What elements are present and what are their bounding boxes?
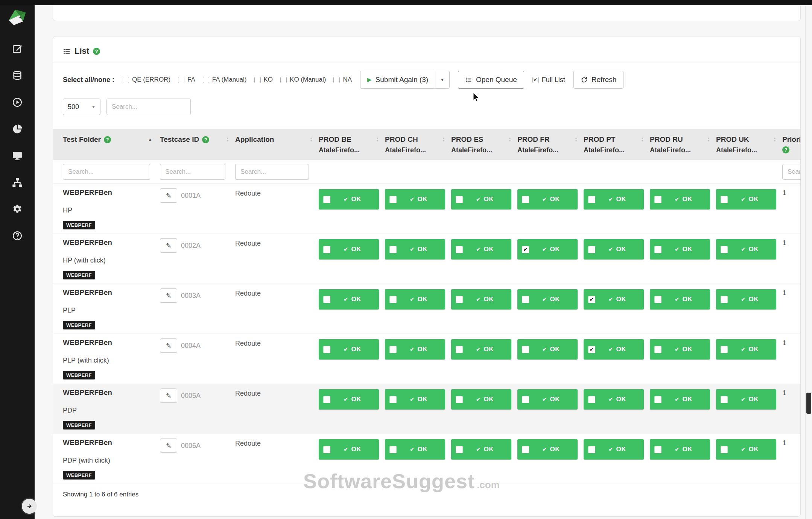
sidebar-expand-button[interactable] <box>22 499 37 514</box>
env-status-button-prod-ch[interactable]: ✔OK <box>385 189 445 209</box>
env-status-button-prod-pt[interactable]: ✔OK <box>584 239 644 260</box>
env-status-button-prod-fr[interactable]: ✔OK <box>517 239 578 260</box>
env-status-button-prod-ch[interactable]: ✔OK <box>385 389 445 410</box>
edit-testcase-button[interactable]: ✎ <box>160 288 177 303</box>
testcase-id-search-input[interactable] <box>160 164 225 180</box>
env-select-checkbox[interactable] <box>456 246 463 253</box>
env-status-button-prod-fr[interactable]: ✔OK <box>517 289 578 310</box>
env-select-checkbox[interactable] <box>389 246 397 253</box>
env-status-button-prod-fr[interactable]: ✔OK <box>517 439 578 460</box>
env-status-button-prod-es[interactable]: ✔OK <box>451 339 511 360</box>
sidebar-item-compose[interactable] <box>0 35 35 62</box>
page-size-select[interactable]: 500 ▼ <box>63 99 100 115</box>
refresh-button[interactable]: Refresh <box>573 71 624 89</box>
submit-again-dropdown[interactable]: ▼ <box>435 71 450 89</box>
env-select-checkbox[interactable] <box>389 346 397 353</box>
env-select-checkbox[interactable] <box>654 396 661 403</box>
column-header-prod-ch[interactable]: PROD CH▲▼AtaleFirefo... <box>385 129 451 154</box>
edit-testcase-button[interactable]: ✎ <box>160 238 177 253</box>
env-select-checkbox[interactable] <box>588 296 595 303</box>
help-icon[interactable]: ? <box>202 136 209 143</box>
env-select-checkbox[interactable] <box>389 396 397 403</box>
env-status-button-prod-ch[interactable]: ✔OK <box>385 239 445 260</box>
env-status-button-prod-uk[interactable]: ✔OK <box>716 239 776 260</box>
env-status-button-prod-fr[interactable]: ✔OK <box>517 389 578 410</box>
env-status-button-prod-ch[interactable]: ✔OK <box>385 289 445 310</box>
env-status-button-prod-ru[interactable]: ✔OK <box>650 439 710 460</box>
env-status-button-prod-pt[interactable]: ✔OK <box>584 439 644 460</box>
env-select-checkbox[interactable] <box>323 296 330 303</box>
env-select-checkbox[interactable] <box>721 346 728 353</box>
scrollbar-track[interactable] <box>805 5 812 519</box>
env-select-checkbox[interactable] <box>389 446 397 453</box>
column-header-prod-fr[interactable]: PROD FR▲▼AtaleFirefo... <box>517 129 584 154</box>
env-status-button-prod-es[interactable]: ✔OK <box>451 289 511 310</box>
env-status-button-prod-uk[interactable]: ✔OK <box>716 339 776 360</box>
env-select-checkbox[interactable] <box>522 346 529 353</box>
test-folder-search-input[interactable] <box>63 164 150 180</box>
env-select-checkbox[interactable] <box>721 196 728 203</box>
env-select-checkbox[interactable] <box>323 246 330 253</box>
help-icon[interactable]: ? <box>782 146 789 153</box>
column-header-prod-ru[interactable]: PROD RU▲▼AtaleFirefo... <box>650 129 716 154</box>
sidebar-item-run[interactable] <box>0 89 35 115</box>
env-status-button-prod-fr[interactable]: ✔OK <box>517 189 578 209</box>
sidebar-item-sitemap[interactable] <box>0 169 35 196</box>
column-header-application[interactable]: Application▲▼ <box>235 129 319 144</box>
filter-checkbox[interactable] <box>178 77 184 83</box>
column-header-prod-be[interactable]: PROD BE▲▼AtaleFirefo... <box>319 129 385 154</box>
env-status-button-prod-be[interactable]: ✔OK <box>319 389 379 410</box>
env-status-button-prod-uk[interactable]: ✔OK <box>716 389 776 410</box>
edit-testcase-button[interactable]: ✎ <box>160 439 177 453</box>
env-status-button-prod-es[interactable]: ✔OK <box>451 189 511 209</box>
env-select-checkbox[interactable] <box>456 296 463 303</box>
env-select-checkbox[interactable] <box>522 246 529 253</box>
app-logo-icon[interactable] <box>6 6 29 29</box>
env-status-button-prod-ch[interactable]: ✔OK <box>385 339 445 360</box>
env-status-button-prod-ru[interactable]: ✔OK <box>650 239 710 260</box>
column-header-test-folder[interactable]: Test Folder?▲ <box>63 129 160 144</box>
env-select-checkbox[interactable] <box>654 446 661 453</box>
filter-checkbox[interactable] <box>280 77 287 83</box>
env-status-button-prod-ru[interactable]: ✔OK <box>650 389 710 410</box>
env-status-button-prod-be[interactable]: ✔OK <box>319 289 379 310</box>
env-select-checkbox[interactable] <box>522 446 529 453</box>
env-select-checkbox[interactable] <box>588 446 595 453</box>
help-icon[interactable]: ? <box>93 48 100 55</box>
env-select-checkbox[interactable] <box>522 396 529 403</box>
env-select-checkbox[interactable] <box>588 396 595 403</box>
env-select-checkbox[interactable] <box>456 446 463 453</box>
env-select-checkbox[interactable] <box>522 196 529 203</box>
help-icon[interactable]: ? <box>104 136 111 143</box>
env-select-checkbox[interactable] <box>654 346 661 353</box>
env-status-button-prod-ru[interactable]: ✔OK <box>650 189 710 209</box>
open-queue-button[interactable]: Open Queue <box>458 71 524 89</box>
env-status-button-prod-be[interactable]: ✔OK <box>319 439 379 460</box>
application-search-input[interactable] <box>235 164 309 180</box>
column-header-prod-pt[interactable]: PROD PT▲▼AtaleFirefo... <box>584 129 650 154</box>
env-select-checkbox[interactable] <box>456 196 463 203</box>
column-header-prod-es[interactable]: PROD ES▲▼AtaleFirefo... <box>451 129 517 154</box>
env-select-checkbox[interactable] <box>721 246 728 253</box>
sidebar-item-database[interactable] <box>0 62 35 89</box>
env-status-button-prod-fr[interactable]: ✔OK <box>517 339 578 360</box>
env-status-button-prod-be[interactable]: ✔OK <box>319 189 379 209</box>
env-status-button-prod-be[interactable]: ✔OK <box>319 239 379 260</box>
env-status-button-prod-ru[interactable]: ✔OK <box>650 289 710 310</box>
env-select-checkbox[interactable] <box>456 346 463 353</box>
edit-testcase-button[interactable]: ✎ <box>160 338 177 353</box>
edit-testcase-button[interactable]: ✎ <box>160 388 177 403</box>
env-select-checkbox[interactable] <box>323 396 330 403</box>
env-status-button-prod-uk[interactable]: ✔OK <box>716 289 776 310</box>
env-select-checkbox[interactable] <box>588 246 595 253</box>
filter-checkbox[interactable] <box>203 77 209 83</box>
env-select-checkbox[interactable] <box>654 246 661 253</box>
env-status-button-prod-ru[interactable]: ✔OK <box>650 339 710 360</box>
env-select-checkbox[interactable] <box>654 296 661 303</box>
env-status-button-prod-uk[interactable]: ✔OK <box>716 189 776 209</box>
filter-checkbox[interactable] <box>254 77 261 83</box>
env-select-checkbox[interactable] <box>721 396 728 403</box>
env-status-button-prod-ch[interactable]: ✔OK <box>385 439 445 460</box>
env-select-checkbox[interactable] <box>456 396 463 403</box>
env-select-checkbox[interactable] <box>721 446 728 453</box>
